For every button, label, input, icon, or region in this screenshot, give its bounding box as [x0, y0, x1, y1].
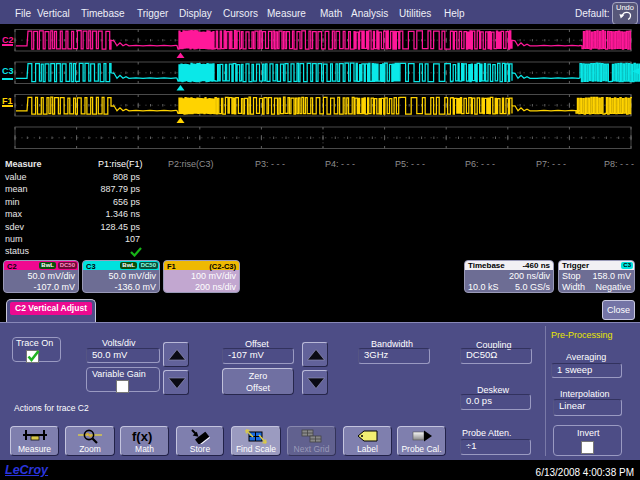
svg-text:C2: C2: [2, 35, 14, 45]
svg-text:f(x): f(x): [132, 429, 152, 444]
svg-text:C3: C3: [2, 66, 14, 76]
svg-text:F1: F1: [2, 96, 13, 106]
